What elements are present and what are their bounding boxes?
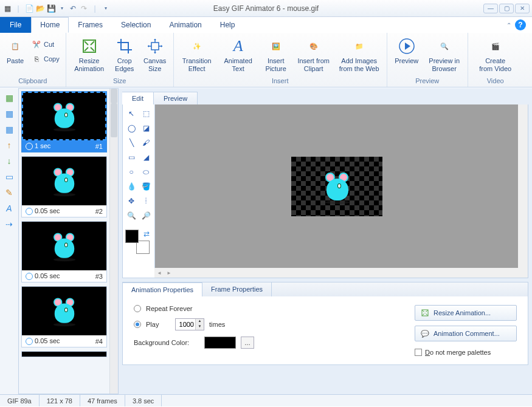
tab-preview[interactable]: Preview [154, 92, 198, 104]
tab-edit[interactable]: Edit [122, 92, 154, 104]
tool-edit-icon[interactable]: ✎ [3, 186, 15, 199]
frame-item-3[interactable]: 0.05 sec #3 [21, 221, 107, 282]
frame-thumb [22, 222, 106, 270]
radio-play[interactable] [134, 321, 141, 328]
tab-frame-properties[interactable]: Frame Properties [202, 282, 272, 296]
tab-frames[interactable]: Frames [69, 17, 112, 33]
new-icon[interactable]: 📄 [24, 4, 34, 13]
tool-eyedropper-icon[interactable]: 💧 [125, 181, 137, 192]
tool-blank-icon[interactable]: ▭ [3, 171, 15, 183]
preview-browser-button[interactable]: 🔍 Preview in Browser [425, 35, 464, 74]
tool-export-icon[interactable]: ⇢ [3, 218, 15, 230]
file-menu[interactable]: File [0, 17, 31, 33]
crop-button[interactable]: Crop Edges [111, 35, 138, 74]
tool-zoomin-icon[interactable]: 🔍 [125, 210, 137, 221]
preview-button[interactable]: Preview [391, 35, 423, 66]
frame-item-5[interactable] [21, 351, 107, 357]
transition-button[interactable]: ✨ Transition Effect [178, 35, 216, 74]
undo-icon[interactable]: ↶ [68, 4, 78, 13]
add-images-web-button[interactable]: 📁 Add Images from the Web [336, 35, 383, 74]
tool-rect-icon[interactable]: ▭ [125, 152, 137, 163]
tool-fill-ellipse-icon[interactable]: ⬭ [140, 166, 152, 177]
bg-color-preview[interactable] [204, 337, 236, 349]
checkbox-no-merge[interactable] [415, 349, 422, 356]
tool-delete-icon[interactable]: ▦ [3, 123, 15, 135]
frame-item-2[interactable]: 0.05 sec #2 [21, 156, 107, 217]
status-frames: 47 frames [80, 395, 125, 406]
tool-down-icon[interactable]: ↓ [3, 155, 15, 167]
tool-circle-icon[interactable]: ○ [125, 166, 137, 177]
redo-icon[interactable]: ↷ [79, 4, 89, 13]
help-icon[interactable]: ? [515, 19, 526, 30]
tool-duplicate-icon[interactable]: ▦ [3, 108, 15, 120]
copy-icon: ⎘ [32, 54, 41, 64]
close-button[interactable]: ✕ [515, 4, 530, 13]
cut-button[interactable]: ✂️ Cut [29, 38, 62, 51]
qat-customize-icon[interactable]: ▾ [101, 4, 111, 13]
fg-color-swatch[interactable] [125, 230, 139, 243]
create-from-video-button[interactable]: 🎬 Create from Video [472, 35, 519, 74]
magnifier-icon: 🔍 [435, 36, 454, 56]
clipboard-group-label: Clipboard [4, 76, 62, 86]
tool-brush-icon[interactable]: 🖌 [140, 137, 152, 148]
tool-shape-icon[interactable]: ◢ [140, 152, 152, 163]
collapse-ribbon-icon[interactable]: ⌃ [506, 22, 511, 29]
tool-move-icon[interactable]: ✥ [125, 196, 137, 207]
clock-icon [26, 338, 33, 345]
frame-item-4[interactable]: 0.05 sec #4 [21, 286, 107, 347]
tool-bucket-icon[interactable]: 🪣 [140, 181, 152, 192]
frame-info: 1 sec #1 [22, 140, 106, 152]
resize-animation-button[interactable]: Resize Animation [70, 35, 109, 74]
swap-colors-icon[interactable]: ⇄ [143, 230, 150, 238]
play-count-row: Play ▲▼ times [134, 318, 254, 330]
frame-item-1[interactable]: 1 sec #1 [21, 91, 107, 152]
tool-marquee-icon[interactable]: ⬚ [140, 108, 152, 119]
spin-up-icon[interactable]: ▲ [195, 319, 204, 324]
animated-text-button[interactable]: A Animated Text [219, 35, 258, 74]
no-merge-palettes-row[interactable]: DDo not merge paletteso not merge palett… [415, 349, 517, 356]
minimize-button[interactable]: — [483, 4, 498, 13]
insert-picture-button[interactable]: 🖼️ Insert Picture [260, 35, 292, 74]
radio-repeat-forever[interactable] [134, 305, 141, 312]
repeat-forever-row[interactable]: Repeat Forever [134, 305, 254, 312]
save-dropdown-icon[interactable]: ▾ [57, 4, 67, 13]
canvas-v-scrollbar[interactable] [518, 104, 528, 268]
open-icon[interactable]: 📂 [35, 4, 45, 13]
video-group-label: Video [472, 76, 519, 86]
tool-text-icon[interactable]: A [3, 202, 15, 214]
play-count-spinner[interactable]: ▲▼ [175, 318, 204, 330]
size-group-label: Size [70, 76, 170, 86]
maximize-button[interactable]: ▢ [499, 4, 514, 13]
tool-spray-icon[interactable]: ⦙ [140, 196, 152, 207]
tool-up-icon[interactable]: ↑ [3, 139, 15, 151]
tool-ellipse-sel-icon[interactable]: ◯ [125, 123, 137, 134]
tool-pointer-icon[interactable]: ↖ [125, 108, 137, 119]
frames-list: 1 sec #1 0.05 sec #2 0.05 sec #3 [19, 89, 109, 394]
copy-button[interactable]: ⎘ Copy [29, 52, 62, 66]
insert-clipart-button[interactable]: 🎨 Insert from Clipart [294, 35, 333, 74]
color-swatches[interactable]: ⇄ [125, 230, 150, 254]
tool-line-icon[interactable]: ╲ [125, 137, 137, 148]
tab-animation-properties[interactable]: Animation Properties [123, 282, 202, 296]
play-icon [397, 36, 416, 56]
animation-comment-action[interactable]: 💬 Animation Comment... [415, 326, 517, 341]
spin-down-icon[interactable]: ▼ [195, 324, 204, 330]
canvas-size-button[interactable]: Canvas Size [140, 35, 170, 74]
canvas[interactable] [154, 104, 518, 268]
tab-home[interactable]: Home [31, 17, 69, 33]
tool-zoomout-icon[interactable]: 🔎 [140, 210, 152, 221]
paste-button[interactable]: 📋 Paste [4, 35, 27, 66]
tool-add-frame-icon[interactable]: ▦ [3, 92, 15, 104]
tab-selection[interactable]: Selection [112, 17, 160, 33]
tab-help[interactable]: Help [211, 17, 244, 33]
tool-gradient-icon[interactable]: ◪ [140, 123, 152, 134]
bg-color-picker-button[interactable]: … [241, 337, 254, 349]
menu-bar: File Home Frames Selection Animation Hel… [0, 17, 532, 33]
play-count-input[interactable] [176, 319, 195, 330]
canvas-h-scrollbar[interactable] [154, 268, 528, 278]
tab-animation[interactable]: Animation [160, 17, 210, 33]
save-icon[interactable]: 💾 [46, 4, 56, 13]
resize-animation-action[interactable]: Resize Animation... [415, 305, 517, 321]
paste-icon: 📋 [5, 36, 25, 56]
frames-scrollbar[interactable] [109, 89, 118, 394]
